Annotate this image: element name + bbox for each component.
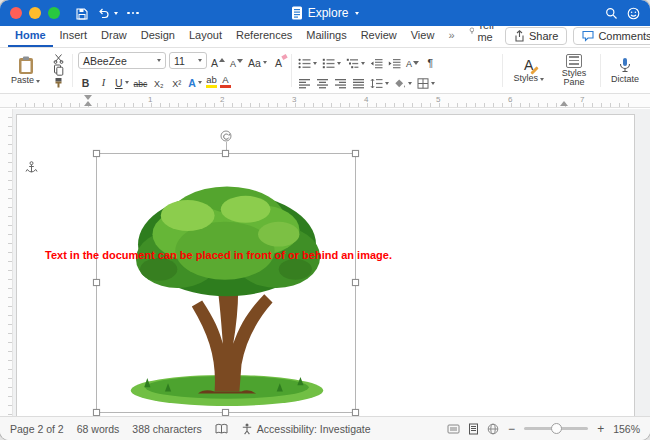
styles-button[interactable]: A Styles [508, 50, 549, 91]
save-icon[interactable] [76, 7, 88, 20]
bold-button[interactable]: B [78, 73, 93, 89]
numbering-button[interactable] [321, 53, 342, 69]
copy-button[interactable] [50, 64, 66, 76]
page-count-indicator[interactable]: Page 2 of 2 [10, 423, 64, 435]
underline-chevron [125, 81, 129, 84]
shrink-font-arrow-icon [237, 59, 243, 63]
dictate-button[interactable]: Dictate [606, 50, 644, 91]
tab-design[interactable]: Design [134, 26, 182, 47]
tab-layout[interactable]: Layout [182, 26, 229, 47]
zoom-in-button[interactable]: + [596, 422, 605, 436]
proofing-status[interactable] [215, 423, 228, 435]
change-case-chevron [263, 61, 267, 64]
resize-handle-bottom-left[interactable] [93, 409, 100, 416]
document-body-text[interactable]: Text in the document can be placed in fr… [45, 249, 392, 261]
resize-handle-top-right[interactable] [352, 150, 359, 157]
decrease-indent-button[interactable] [369, 53, 384, 69]
tabs-overflow-chevron[interactable]: » [441, 26, 461, 47]
resize-handle-top-left[interactable] [93, 150, 100, 157]
resize-handle-top-middle[interactable] [222, 150, 229, 157]
search-icon[interactable] [605, 7, 618, 20]
line-spacing-button[interactable] [369, 73, 390, 89]
paste-dropdown-chevron[interactable] [36, 80, 40, 83]
tab-review[interactable]: Review [354, 26, 404, 47]
resize-handle-bottom-middle[interactable] [222, 409, 229, 416]
text-effects-button[interactable]: A [187, 73, 203, 89]
tab-draw[interactable]: Draw [94, 26, 134, 47]
shading-button[interactable] [393, 73, 413, 89]
increase-indent-button[interactable] [387, 53, 402, 69]
show-paragraph-marks-button[interactable]: ¶ [423, 53, 438, 69]
focus-view-icon[interactable] [447, 423, 460, 435]
bullets-button[interactable] [297, 53, 318, 69]
strikethrough-button[interactable]: abc [133, 73, 149, 89]
tree-clipart-image[interactable] [109, 170, 345, 408]
shrink-font-button[interactable]: A [229, 53, 244, 69]
print-layout-view-icon[interactable] [468, 423, 479, 435]
more-commands-icon[interactable] [127, 12, 139, 15]
object-anchor-icon[interactable] [25, 161, 38, 175]
font-size-combobox[interactable]: 11 [169, 52, 207, 69]
font-color-button[interactable]: A [220, 73, 231, 89]
hanging-indent-marker[interactable] [84, 101, 92, 106]
format-painter-button[interactable] [50, 77, 66, 89]
rotation-handle[interactable] [220, 130, 232, 142]
align-right-button[interactable] [333, 73, 348, 89]
styles-chevron[interactable] [540, 78, 544, 81]
first-line-indent-marker[interactable] [84, 95, 92, 100]
image-selection-frame[interactable] [96, 153, 356, 413]
grow-font-arrow-icon [219, 58, 225, 62]
justify-icon [352, 78, 365, 89]
justify-button[interactable] [351, 73, 366, 89]
tab-mailings[interactable]: Mailings [299, 26, 353, 47]
comments-icon [582, 30, 594, 42]
cut-button[interactable] [50, 52, 66, 64]
subscript-button[interactable]: X₂ [151, 73, 166, 89]
zoom-out-button[interactable]: − [507, 422, 516, 436]
undo-button[interactable] [97, 7, 118, 19]
sort-button[interactable]: A [405, 53, 420, 69]
title-dropdown-chevron[interactable] [355, 12, 359, 15]
borders-button[interactable] [416, 73, 436, 89]
zoom-slider[interactable] [524, 427, 588, 430]
tab-references[interactable]: References [229, 26, 299, 47]
paste-label: Paste [11, 76, 34, 85]
right-indent-marker[interactable] [560, 101, 568, 106]
multilevel-list-button[interactable] [345, 53, 366, 69]
tab-view[interactable]: View [404, 26, 442, 47]
resize-handle-middle-right[interactable] [352, 279, 359, 286]
share-button[interactable]: Share [505, 27, 567, 45]
zoom-level[interactable]: 156% [613, 423, 640, 435]
titlebar-right-icons [605, 7, 640, 20]
font-name-combobox[interactable]: ABeeZee [78, 52, 166, 69]
align-left-button[interactable] [297, 73, 312, 89]
grow-font-button[interactable]: A [210, 53, 226, 69]
document-page[interactable]: Text in the document can be placed in fr… [16, 114, 635, 416]
comments-button[interactable]: Comments [573, 27, 650, 45]
sort-letter: A [406, 60, 412, 69]
character-count-indicator[interactable]: 388 characters [132, 423, 201, 435]
paste-button[interactable]: Paste [6, 50, 45, 91]
web-layout-view-icon[interactable] [487, 423, 499, 435]
tab-home[interactable]: Home [8, 26, 53, 47]
feedback-smiley-icon[interactable] [627, 7, 640, 20]
styles-pane-button[interactable]: Styles Pane [553, 50, 595, 91]
word-count-indicator[interactable]: 68 words [77, 423, 120, 435]
clear-formatting-button[interactable]: A [271, 53, 286, 69]
superscript-button[interactable]: X² [169, 73, 184, 89]
underline-button[interactable]: U [114, 73, 130, 89]
word-window: Explore Home Insert Draw Design Layout R… [0, 0, 650, 440]
highlight-button[interactable]: ab [206, 73, 217, 89]
undo-dropdown-chevron[interactable] [114, 12, 118, 15]
ruler-number: 6 [508, 95, 512, 104]
accessibility-status[interactable]: Accessibility: Investigate [241, 423, 371, 435]
text-effects-chevron [198, 81, 202, 84]
zoom-slider-thumb[interactable] [551, 423, 562, 434]
change-case-button[interactable]: Aa [247, 53, 268, 69]
tab-insert[interactable]: Insert [53, 26, 95, 47]
resize-handle-middle-left[interactable] [93, 279, 100, 286]
italic-button[interactable]: I [96, 73, 111, 89]
bold-label: B [82, 78, 90, 89]
resize-handle-bottom-right[interactable] [352, 409, 359, 416]
align-center-button[interactable] [315, 73, 330, 89]
